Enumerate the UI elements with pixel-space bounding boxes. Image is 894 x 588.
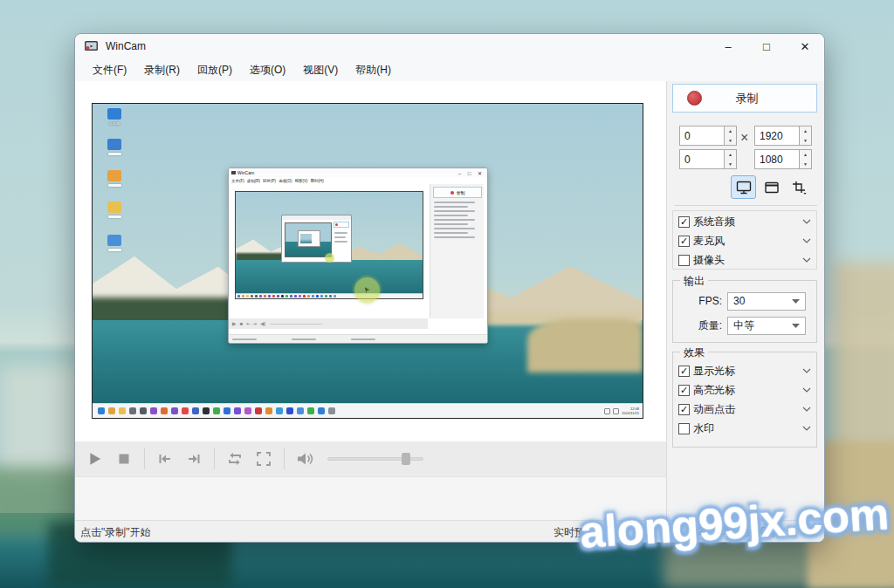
menu-file[interactable]: 文件(F): [84, 60, 135, 80]
chevron-down-icon[interactable]: [802, 219, 811, 224]
taskbar-app-icon: [303, 295, 306, 297]
system-audio-checkbox[interactable]: ✓: [678, 216, 690, 228]
nested-menu-item: 文件(F): [231, 179, 244, 183]
status-hint: 点击"录制"开始: [80, 525, 151, 540]
preview-desktop-icon: [100, 202, 129, 218]
chevron-down-icon[interactable]: [802, 387, 811, 393]
nested-status-bar: [229, 334, 487, 343]
nested-skip-icons: ⇤ ⇥: [246, 321, 257, 326]
region-x-input[interactable]: 0: [679, 126, 725, 146]
taskbar-app-icon: [325, 295, 327, 297]
play-button[interactable]: [84, 448, 107, 470]
nested-volume-icon: ◀): [260, 321, 266, 326]
system-audio-row[interactable]: ✓ 系统音频: [673, 212, 816, 231]
loop-button[interactable]: [224, 448, 246, 470]
stop-button[interactable]: [113, 448, 135, 470]
titlebar[interactable]: WinCam – □ ✕: [75, 34, 824, 58]
chevron-down-icon[interactable]: [802, 368, 811, 373]
chevron-down-icon[interactable]: [802, 407, 811, 412]
menu-view[interactable]: 视图(V): [294, 60, 347, 80]
crop-icon: [792, 181, 808, 195]
output-group: 输出 FPS: 30 质量: 中等: [672, 280, 817, 343]
nested-menu-item: 回放(P): [263, 179, 276, 183]
camera-row[interactable]: 摄像头: [673, 250, 816, 270]
nested2-panel-rows: [334, 229, 349, 245]
quality-value: 中等: [733, 318, 754, 333]
quality-label: 质量:: [673, 318, 727, 333]
stop-icon: [117, 452, 131, 466]
this-pc-icon: [107, 108, 121, 120]
click-highlight-small: [325, 253, 334, 263]
skip-to-end-button[interactable]: [182, 448, 205, 470]
microphone-row[interactable]: ✓ 麦克风: [673, 231, 816, 250]
capture-window-button[interactable]: [759, 175, 784, 199]
highlight-cursor-row[interactable]: ✓ 高亮光标: [673, 380, 816, 400]
taskbar-app-icon: [234, 407, 241, 414]
volume-thumb[interactable]: [402, 453, 410, 465]
region-height-input[interactable]: 1080: [754, 149, 800, 169]
mini-text-bar: [334, 232, 347, 234]
show-cursor-label: 显示光标: [693, 364, 802, 379]
nested-stop-icon: ■: [240, 321, 244, 326]
show-cursor-checkbox[interactable]: ✓: [678, 366, 690, 377]
preview-grass: [527, 318, 643, 373]
fullscreen-button[interactable]: [252, 448, 275, 470]
animate-click-row[interactable]: ✓ 动画点击: [673, 400, 816, 419]
volume-button[interactable]: [293, 448, 316, 470]
highlight-cursor-label: 高亮光标: [693, 383, 802, 398]
taskbar-app-icon: [251, 295, 253, 297]
minimize-button[interactable]: –: [709, 34, 747, 58]
menu-playback[interactable]: 回放(P): [189, 60, 241, 80]
watermark-checkbox[interactable]: [678, 423, 690, 434]
chevron-down-icon[interactable]: [802, 426, 811, 431]
skip-to-start-button[interactable]: [154, 448, 176, 470]
app-icon: [107, 139, 121, 150]
taskbar-app-icon: [246, 295, 249, 297]
region-y-stepper[interactable]: ▲▼: [725, 149, 737, 169]
region-y-input[interactable]: 0: [679, 149, 725, 169]
menu-help[interactable]: 帮助(H): [347, 60, 400, 80]
chevron-down-icon[interactable]: [802, 257, 811, 263]
region-x-stepper[interactable]: ▲▼: [725, 126, 737, 146]
close-button[interactable]: ✕: [786, 34, 824, 58]
camera-checkbox[interactable]: [678, 255, 690, 266]
taskbar-clock: 12:08 2024/11/15: [622, 407, 639, 415]
preview-taskbar-icons: [98, 407, 339, 414]
animate-click-checkbox[interactable]: ✓: [678, 404, 690, 415]
taskbar-app-icon: [255, 295, 258, 297]
nested-menu-item: 视图(V): [295, 179, 308, 183]
taskbar-app-icon: [318, 407, 325, 414]
capture-monitor-button[interactable]: [731, 175, 756, 199]
menu-options[interactable]: 选项(O): [241, 60, 294, 80]
fps-dropdown[interactable]: 30: [727, 292, 806, 311]
volume-slider[interactable]: [327, 452, 423, 466]
folder-icon: [107, 170, 121, 181]
show-cursor-row[interactable]: ✓ 显示光标: [673, 361, 816, 380]
menu-record[interactable]: 录制(R): [135, 60, 189, 80]
timeline-area[interactable]: [75, 476, 666, 521]
microphone-checkbox[interactable]: ✓: [678, 236, 690, 247]
taskbar-app-icon: [286, 407, 293, 414]
highlight-cursor-checkbox[interactable]: ✓: [678, 385, 690, 396]
taskbar-app-icon: [237, 295, 240, 297]
mini-text-bar: [434, 206, 468, 208]
quality-dropdown[interactable]: 中等: [727, 317, 806, 335]
watermark-row[interactable]: 水印: [673, 419, 816, 438]
region-width-stepper[interactable]: ▲▼: [800, 126, 812, 146]
record-button[interactable]: 录制: [672, 84, 817, 113]
taskbar-app-icon: [272, 295, 275, 297]
record-dot-icon: [687, 91, 702, 106]
region-height-stepper[interactable]: ▲▼: [800, 149, 812, 169]
nested-preview-area: [229, 184, 428, 317]
region-width-input[interactable]: 1920: [754, 126, 800, 146]
nested-mountain: [340, 243, 423, 262]
capture-crop-button[interactable]: [787, 175, 812, 199]
transport-separator: [144, 448, 145, 469]
nested-titlebar: WinCam – □ ✕: [229, 168, 487, 177]
effects-group-title: 效果: [680, 345, 708, 360]
nested-wincam-window: WinCam – □ ✕ 文件(F) 录制(R) 回放(P) 选项(O) 视图(…: [228, 168, 488, 344]
maximize-button[interactable]: □: [747, 34, 786, 58]
taskbar-app-icon: [316, 295, 319, 297]
chevron-down-icon[interactable]: [802, 238, 811, 243]
volume-icon: [295, 451, 314, 467]
